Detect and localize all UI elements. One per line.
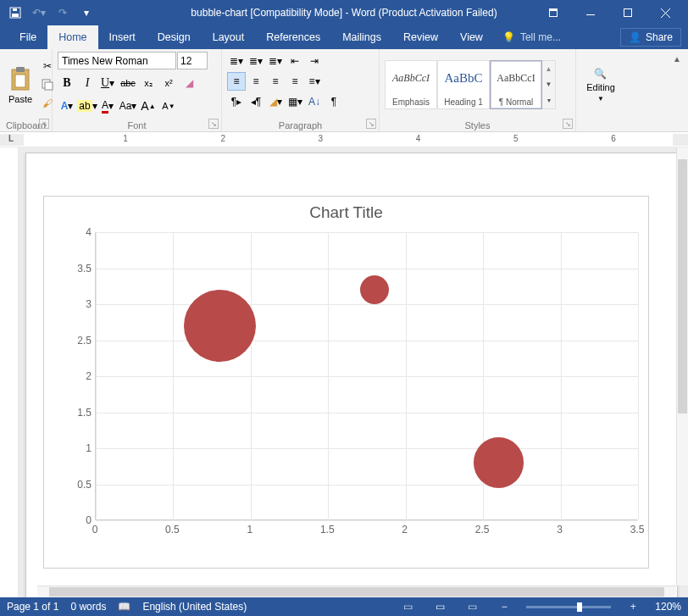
x-tick: 0.5 — [165, 524, 180, 536]
vertical-scrollbar[interactable] — [676, 147, 688, 585]
word-count[interactable]: 0 words — [70, 601, 106, 613]
y-tick: 4 — [69, 226, 92, 238]
italic-button[interactable]: I — [78, 74, 97, 92]
rtl-button[interactable]: ◂¶ — [247, 92, 265, 111]
editing-button[interactable]: 🔍 Editing ▼ — [583, 66, 619, 104]
tab-mailings[interactable]: Mailings — [331, 25, 392, 49]
paste-button[interactable]: Paste — [5, 64, 36, 106]
zoom-out-button[interactable]: − — [494, 599, 514, 614]
underline-button[interactable]: U▾ — [98, 74, 117, 92]
horizontal-scrollbar[interactable] — [37, 585, 676, 597]
x-tick: 2.5 — [475, 524, 490, 536]
bubble[interactable] — [184, 290, 256, 362]
horizontal-ruler[interactable]: 123456L — [0, 132, 688, 147]
editing-group: 🔍 Editing ▼ — [576, 49, 625, 131]
clipboard-launcher[interactable]: ↘ — [39, 119, 49, 129]
collapse-ribbon-button[interactable]: ▲ — [669, 53, 685, 64]
show-marks-button[interactable]: ¶ — [325, 92, 343, 111]
zoom-level[interactable]: 120% — [655, 601, 681, 613]
document-area: Chart Title 00.511.522.533.500.511.522.5… — [0, 147, 688, 597]
subscript-button[interactable]: x₂ — [139, 74, 158, 92]
tell-me-label: Tell me... — [520, 31, 561, 43]
bubble-chart[interactable]: Chart Title 00.511.522.533.500.511.522.5… — [43, 196, 649, 569]
superscript-button[interactable]: x² — [159, 74, 178, 92]
tell-me-search[interactable]: 💡 Tell me... — [502, 25, 561, 49]
minimize-button[interactable] — [573, 1, 608, 25]
line-spacing-button[interactable]: ≡▾ — [305, 72, 324, 91]
align-right-button[interactable]: ≡ — [266, 72, 285, 91]
tab-review[interactable]: Review — [392, 25, 449, 49]
tab-home[interactable]: Home — [47, 25, 97, 49]
text-effects-button[interactable]: A▾ — [58, 97, 76, 115]
y-tick: 2.5 — [69, 335, 92, 347]
ribbon-tabs: File Home Insert Design Layout Reference… — [0, 25, 688, 49]
numbering-button[interactable]: ≣▾ — [247, 52, 265, 70]
close-button[interactable] — [647, 1, 683, 25]
scrollbar-thumb[interactable] — [678, 159, 687, 413]
change-case-button[interactable]: Aa▾ — [119, 97, 137, 115]
x-tick: 1.5 — [320, 524, 335, 536]
page-indicator[interactable]: Page 1 of 1 — [7, 601, 58, 613]
vertical-ruler[interactable] — [0, 147, 19, 597]
style-normal[interactable]: AaBbCcI ¶ Normal — [490, 60, 542, 109]
tab-design[interactable]: Design — [147, 25, 202, 49]
x-tick: 0 — [92, 524, 98, 536]
tab-references[interactable]: References — [255, 25, 331, 49]
tab-file[interactable]: File — [8, 25, 47, 49]
qat-customize-button[interactable]: ▾ — [76, 3, 97, 23]
font-color-button[interactable]: A▾ — [98, 97, 117, 115]
justify-button[interactable]: ≡ — [286, 72, 304, 91]
outdent-icon: ⇤ — [291, 55, 299, 67]
font-size-input[interactable]: 12 — [177, 52, 208, 69]
read-mode-button[interactable]: ▭ — [397, 599, 418, 614]
zoom-slider[interactable] — [526, 606, 611, 608]
borders-button[interactable]: ▦▾ — [286, 92, 304, 111]
highlight-button[interactable]: ab▾ — [78, 97, 97, 115]
paragraph-launcher[interactable]: ↘ — [366, 119, 376, 129]
spellcheck-icon[interactable]: 📖 — [118, 601, 130, 613]
print-layout-button[interactable]: ▭ — [430, 599, 450, 614]
undo-button[interactable]: ↶▾ — [29, 3, 49, 23]
styles-launcher[interactable]: ↘ — [563, 119, 573, 129]
scrollbar-thumb[interactable] — [49, 587, 664, 597]
increase-indent-button[interactable]: ⇥ — [305, 52, 324, 70]
bubble[interactable] — [474, 437, 524, 488]
page[interactable]: Chart Title 00.511.522.533.500.511.522.5… — [25, 153, 678, 597]
align-center-button[interactable]: ≡ — [247, 72, 265, 91]
web-layout-button[interactable]: ▭ — [462, 599, 482, 614]
strikethrough-button[interactable]: abc — [119, 74, 137, 92]
plot-area — [95, 232, 637, 520]
sort-button[interactable]: A↓ — [305, 92, 324, 111]
font-name-input[interactable]: Times New Roman — [58, 52, 176, 69]
maximize-button[interactable] — [610, 1, 646, 25]
ribbon: ▲ Paste ✂ 🖌 Clipboard ↘ Times New Roman … — [0, 49, 688, 132]
redo-button[interactable]: ↷ — [53, 3, 73, 23]
style-emphasis[interactable]: AaBbCcI Emphasis — [385, 60, 437, 109]
shrink-font-button[interactable]: A▼ — [159, 97, 178, 115]
language-indicator[interactable]: English (United States) — [142, 601, 247, 613]
grow-font-button[interactable]: A▲ — [139, 97, 158, 115]
styles-gallery-scroll[interactable]: ▲ ▼ ▾ — [542, 60, 556, 109]
share-button[interactable]: 👤 Share — [620, 28, 681, 47]
ribbon-display-options-button[interactable] — [535, 1, 571, 25]
zoom-in-button[interactable]: + — [623, 599, 643, 614]
align-left-button[interactable]: ≡ — [227, 72, 246, 91]
ltr-button[interactable]: ¶▸ — [227, 92, 246, 111]
decrease-indent-button[interactable]: ⇤ — [286, 52, 304, 70]
tab-insert[interactable]: Insert — [98, 25, 147, 49]
tab-layout[interactable]: Layout — [202, 25, 256, 49]
bullets-button[interactable]: ≣▾ — [227, 52, 246, 70]
zoom-knob[interactable] — [577, 602, 582, 612]
multilevel-button[interactable]: ≣▾ — [266, 52, 285, 70]
bubble[interactable] — [360, 275, 389, 304]
eraser-icon: ◢ — [186, 77, 193, 89]
shading-button[interactable]: ◢▾ — [266, 92, 285, 111]
font-launcher[interactable]: ↘ — [208, 119, 219, 129]
svg-rect-6 — [16, 67, 25, 72]
style-heading1[interactable]: AaBbC Heading 1 — [437, 60, 490, 109]
y-tick: 3.5 — [69, 263, 92, 275]
save-icon[interactable] — [5, 3, 25, 23]
bold-button[interactable]: B — [58, 74, 76, 92]
tab-view[interactable]: View — [449, 25, 494, 49]
clear-formatting-button[interactable]: ◢ — [180, 74, 198, 92]
